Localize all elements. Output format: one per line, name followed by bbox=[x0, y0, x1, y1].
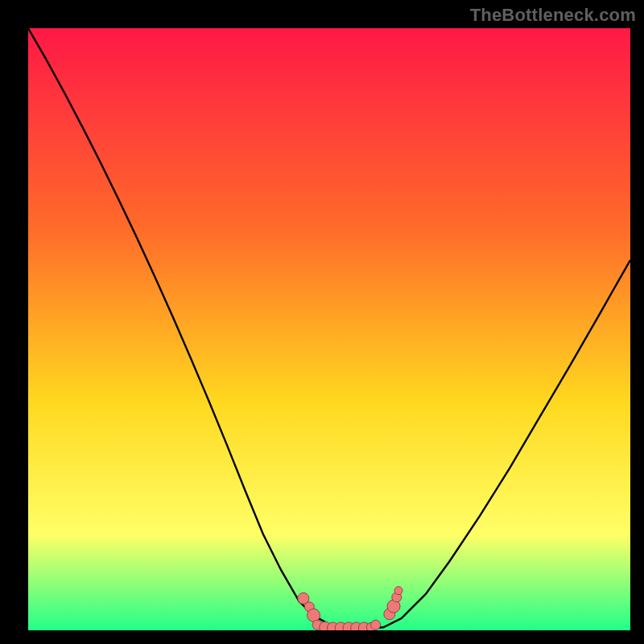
chart-plot bbox=[28, 28, 630, 630]
gradient-background bbox=[28, 28, 630, 630]
attribution-text: TheBottleneck.com bbox=[470, 5, 636, 26]
curve-marker bbox=[371, 620, 381, 630]
curve-marker bbox=[394, 587, 402, 595]
chart-frame: TheBottleneck.com bbox=[0, 0, 644, 644]
